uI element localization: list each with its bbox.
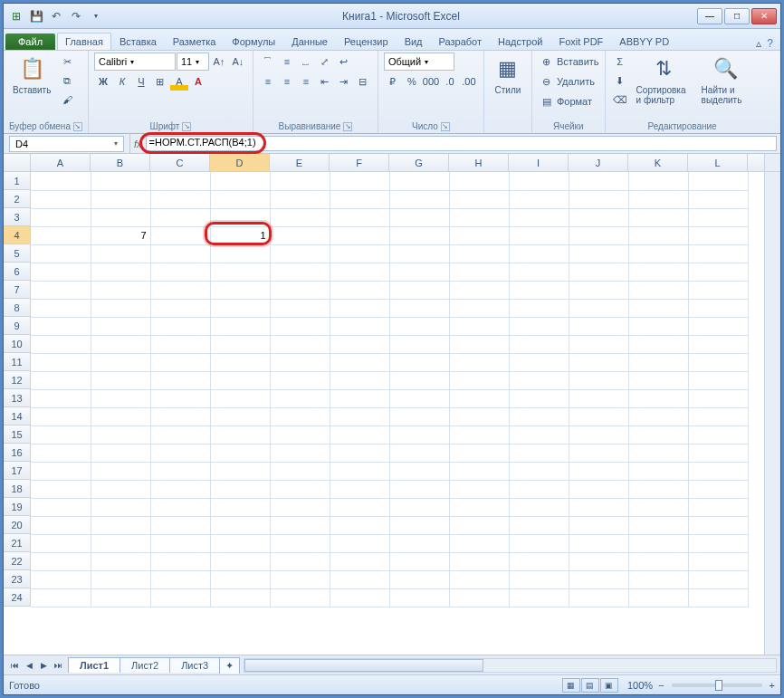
row-header[interactable]: 23: [4, 570, 31, 588]
cell[interactable]: [270, 407, 330, 425]
cell[interactable]: [449, 208, 509, 226]
column-header[interactable]: K: [628, 154, 688, 171]
cell[interactable]: [270, 353, 330, 371]
cell[interactable]: [389, 425, 449, 444]
sheet-tab-2[interactable]: Лист2: [120, 657, 170, 673]
align-right-icon[interactable]: ≡: [297, 72, 315, 91]
cell[interactable]: [210, 371, 270, 389]
cell[interactable]: [150, 462, 210, 480]
cell[interactable]: [210, 498, 270, 516]
cell[interactable]: [91, 299, 150, 317]
cell[interactable]: [31, 425, 91, 444]
cell[interactable]: [509, 534, 569, 552]
cell[interactable]: [449, 516, 509, 534]
name-box[interactable]: D4 ▾: [9, 136, 124, 152]
cell[interactable]: [31, 226, 91, 244]
row-header[interactable]: 3: [4, 208, 31, 226]
cell[interactable]: [270, 389, 330, 407]
cell[interactable]: [509, 335, 569, 353]
cell[interactable]: [91, 263, 150, 281]
cell[interactable]: [330, 226, 389, 244]
cell[interactable]: [91, 335, 150, 353]
cell[interactable]: [330, 498, 389, 516]
cell[interactable]: [509, 190, 569, 208]
cell[interactable]: [449, 335, 509, 353]
cell[interactable]: [31, 389, 91, 407]
cell[interactable]: [449, 570, 509, 588]
cell[interactable]: [270, 425, 330, 444]
cell[interactable]: [150, 588, 210, 607]
row-header[interactable]: 2: [4, 190, 31, 208]
cell[interactable]: [330, 263, 389, 281]
cell[interactable]: [150, 407, 210, 425]
cell[interactable]: [330, 172, 389, 190]
row-header[interactable]: 6: [4, 263, 31, 281]
cell[interactable]: [150, 498, 210, 516]
cell[interactable]: [688, 226, 748, 244]
cell[interactable]: [688, 208, 748, 226]
cell[interactable]: [389, 244, 449, 263]
cell[interactable]: [509, 480, 569, 498]
cell[interactable]: [389, 208, 449, 226]
cell[interactable]: [31, 407, 91, 425]
cell[interactable]: [210, 425, 270, 444]
column-header[interactable]: E: [270, 154, 330, 171]
cell[interactable]: [509, 389, 569, 407]
row-header[interactable]: 5: [4, 244, 31, 263]
fill-color-icon[interactable]: A: [170, 72, 188, 91]
cell[interactable]: [628, 208, 688, 226]
row-header[interactable]: 14: [4, 407, 31, 425]
cell[interactable]: [688, 425, 748, 444]
cell[interactable]: [31, 263, 91, 281]
column-header[interactable]: F: [330, 154, 389, 171]
cell[interactable]: [31, 371, 91, 389]
column-header[interactable]: G: [389, 154, 449, 171]
cell[interactable]: [270, 371, 330, 389]
row-header[interactable]: 17: [4, 462, 31, 480]
cell[interactable]: [688, 462, 748, 480]
cell[interactable]: [628, 172, 688, 190]
cell[interactable]: [210, 588, 270, 607]
cell[interactable]: [628, 244, 688, 263]
cell[interactable]: [509, 208, 569, 226]
cell[interactable]: [628, 407, 688, 425]
cell[interactable]: [31, 353, 91, 371]
cell[interactable]: [628, 534, 688, 552]
tab-developer[interactable]: Разработ: [431, 33, 490, 50]
cell[interactable]: [688, 552, 748, 570]
grow-font-icon[interactable]: A↑: [210, 53, 228, 71]
cell[interactable]: [628, 389, 688, 407]
cell[interactable]: [91, 407, 150, 425]
cell[interactable]: [628, 371, 688, 389]
cell[interactable]: [330, 407, 389, 425]
cell[interactable]: [91, 516, 150, 534]
cell[interactable]: [210, 281, 270, 299]
cell[interactable]: [330, 353, 389, 371]
cell[interactable]: [688, 281, 748, 299]
row-header[interactable]: 21: [4, 534, 31, 552]
cell[interactable]: [389, 371, 449, 389]
cell[interactable]: [91, 462, 150, 480]
cell[interactable]: [31, 516, 91, 534]
comma-icon[interactable]: 000: [422, 72, 440, 91]
indent-decrease-icon[interactable]: ⇤: [316, 72, 334, 91]
cell[interactable]: [628, 444, 688, 462]
cell[interactable]: [688, 353, 748, 371]
cell[interactable]: [389, 498, 449, 516]
cell[interactable]: [569, 570, 628, 588]
fill-icon[interactable]: ⬇: [611, 72, 629, 90]
tab-formulas[interactable]: Формулы: [224, 33, 283, 50]
cell[interactable]: [330, 570, 389, 588]
number-dialog-icon[interactable]: ↘: [441, 122, 450, 131]
cell[interactable]: [270, 317, 330, 335]
cell[interactable]: [389, 534, 449, 552]
cell[interactable]: [569, 588, 628, 607]
qat-dropdown-icon[interactable]: ▾: [87, 7, 105, 25]
horizontal-scrollbar[interactable]: [244, 658, 777, 673]
cell[interactable]: [449, 190, 509, 208]
minimize-ribbon-icon[interactable]: ▵: [756, 37, 761, 50]
cell[interactable]: [31, 570, 91, 588]
cell[interactable]: [449, 588, 509, 607]
cell[interactable]: [91, 371, 150, 389]
cell[interactable]: [688, 407, 748, 425]
